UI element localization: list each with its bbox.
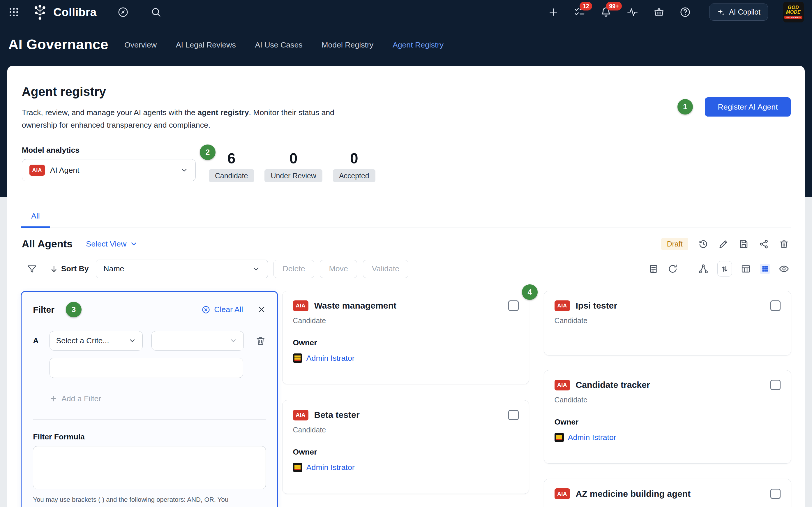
move-button[interactable]: Move bbox=[320, 260, 357, 278]
agent-card[interactable]: AIA Candidate tracker Candidate Owner Ad… bbox=[544, 370, 791, 464]
agent-name[interactable]: AZ medicine building agent bbox=[575, 489, 691, 499]
owner-row: Admin Istrator bbox=[293, 463, 519, 472]
owner-link[interactable]: Admin Istrator bbox=[306, 463, 355, 472]
clear-all-label: Clear All bbox=[214, 305, 243, 314]
agent-card[interactable]: AIA Ipsi tester Candidate bbox=[544, 291, 791, 355]
refresh-icon[interactable] bbox=[668, 264, 678, 274]
hierarchy-icon[interactable] bbox=[698, 264, 708, 274]
card-grid-view-icon[interactable] bbox=[760, 264, 770, 274]
tab-model-registry[interactable]: Model Registry bbox=[321, 41, 373, 50]
save-view-icon[interactable] bbox=[739, 239, 749, 249]
edit-pencil-icon[interactable] bbox=[718, 239, 729, 249]
apps-grid-icon[interactable] bbox=[8, 6, 19, 18]
avatar-text: UNLOCKED bbox=[784, 16, 802, 19]
criteria-group-label: A bbox=[33, 336, 42, 345]
sort-field-value: Name bbox=[104, 264, 124, 273]
display-options bbox=[648, 261, 789, 277]
sort-by-control[interactable]: Sort By bbox=[50, 264, 89, 273]
register-ai-agent-button[interactable]: Register AI Agent bbox=[705, 97, 791, 117]
card-header: AIA Waste management bbox=[293, 300, 519, 311]
owner-label: Owner bbox=[555, 417, 781, 427]
agent-name[interactable]: Beta tester bbox=[314, 410, 359, 420]
tab-agent-registry[interactable]: Agent Registry bbox=[393, 41, 444, 50]
page-title: Agent registry bbox=[22, 84, 106, 99]
agent-checkbox[interactable] bbox=[508, 410, 519, 420]
validate-button[interactable]: Validate bbox=[363, 260, 409, 278]
criteria-select-dropdown[interactable]: Select a Crite... bbox=[50, 331, 143, 351]
sparkle-icon bbox=[717, 8, 725, 16]
collibra-logo-icon bbox=[31, 3, 49, 21]
ai-copilot-label: AI Copilot bbox=[729, 8, 760, 16]
add-filter-button[interactable]: Add a Filter bbox=[50, 394, 266, 403]
agent-card[interactable]: AIA AZ medicine building agent bbox=[544, 479, 791, 507]
agent-checkbox[interactable] bbox=[770, 300, 781, 311]
model-analytics-label: Model analytics bbox=[22, 146, 80, 155]
agent-name[interactable]: Ipsi tester bbox=[575, 301, 617, 311]
remove-criteria-trash-icon[interactable] bbox=[255, 336, 266, 346]
criteria-value-input[interactable] bbox=[50, 358, 243, 378]
view-actions: Draft bbox=[661, 238, 789, 250]
agent-checkbox[interactable] bbox=[770, 380, 781, 390]
agent-card[interactable]: AIA Waste management Candidate Owner Adm… bbox=[282, 291, 529, 385]
close-icon bbox=[257, 305, 266, 314]
filter-divider bbox=[33, 419, 266, 419]
agent-card[interactable]: AIA Beta tester Candidate Owner Admin Is… bbox=[282, 400, 529, 494]
sort-field-dropdown[interactable]: Name bbox=[96, 260, 268, 278]
activity-pulse-icon[interactable] bbox=[627, 6, 638, 18]
help-icon[interactable] bbox=[680, 6, 691, 18]
agent-checkbox[interactable] bbox=[508, 300, 519, 311]
delete-button[interactable]: Delete bbox=[273, 260, 314, 278]
notifications-bell-icon[interactable]: 99+ bbox=[600, 6, 612, 18]
eye-icon[interactable] bbox=[779, 264, 789, 274]
sort-direction-control[interactable] bbox=[717, 261, 732, 277]
stat-value: 6 bbox=[228, 150, 236, 167]
summary-list-icon[interactable] bbox=[648, 264, 659, 274]
ai-copilot-button[interactable]: AI Copilot bbox=[709, 3, 768, 21]
close-filter-icon[interactable] bbox=[257, 305, 266, 314]
owner-link[interactable]: Admin Istrator bbox=[568, 433, 616, 442]
tasks-icon[interactable]: 12 bbox=[574, 6, 585, 18]
basket-icon[interactable] bbox=[653, 6, 665, 18]
filter-funnel-icon[interactable] bbox=[27, 264, 37, 274]
step-marker-3: 3 bbox=[66, 302, 81, 317]
stat-value: 0 bbox=[290, 150, 298, 167]
all-agents-title: All Agents bbox=[22, 238, 72, 250]
page: Collibra 12 99+ bbox=[0, 0, 812, 507]
stat-value: 0 bbox=[350, 150, 358, 167]
aia-badge: AIA bbox=[293, 410, 308, 420]
share-icon[interactable] bbox=[759, 239, 769, 249]
delete-view-trash-icon[interactable] bbox=[779, 239, 789, 249]
aia-badge: AIA bbox=[293, 300, 308, 311]
aia-badge: AIA bbox=[555, 380, 570, 390]
description-text: Track, review, and manage your AI agents… bbox=[22, 108, 198, 117]
owner-link[interactable]: Admin Istrator bbox=[306, 354, 355, 363]
view-tabstrip: All bbox=[21, 206, 791, 228]
clear-all-button[interactable]: Clear All bbox=[201, 305, 243, 315]
step-marker-1: 1 bbox=[677, 99, 693, 115]
user-avatar[interactable]: GOD MODE UNLOCKED bbox=[783, 2, 804, 22]
filter-formula-textarea[interactable] bbox=[33, 446, 266, 489]
stat-under-review: 0 Under Review bbox=[264, 150, 322, 182]
topbar-actions: 12 99+ AI Copilot GOD MODE UNLO bbox=[548, 2, 804, 22]
agent-checkbox[interactable] bbox=[770, 489, 781, 499]
asset-type-dropdown[interactable]: AIA AI Agent bbox=[22, 159, 196, 181]
tab-all[interactable]: All bbox=[21, 206, 50, 228]
agent-name[interactable]: Waste management bbox=[314, 301, 396, 311]
select-view-dropdown[interactable]: Select View bbox=[86, 239, 138, 248]
agent-name[interactable]: Candidate tracker bbox=[575, 380, 650, 390]
nav-tabs: Overview AI Legal Reviews AI Use Cases M… bbox=[124, 41, 444, 50]
collibra-logo[interactable]: Collibra bbox=[31, 3, 97, 21]
search-icon[interactable] bbox=[150, 6, 162, 18]
explore-compass-icon[interactable] bbox=[117, 6, 129, 18]
add-icon[interactable] bbox=[548, 6, 559, 18]
status-stats: 6 Candidate 0 Under Review 0 Accepted bbox=[209, 150, 375, 182]
tab-ai-legal-reviews[interactable]: AI Legal Reviews bbox=[176, 41, 236, 50]
tab-overview[interactable]: Overview bbox=[124, 41, 157, 50]
table-view-icon[interactable] bbox=[741, 264, 751, 274]
operator-select-dropdown[interactable] bbox=[151, 331, 244, 351]
all-agents-header: All Agents Select View Draft bbox=[22, 234, 789, 255]
tab-ai-use-cases[interactable]: AI Use Cases bbox=[255, 41, 303, 50]
history-icon[interactable] bbox=[698, 239, 708, 249]
agent-status: Candidate bbox=[293, 426, 519, 434]
filter-criteria-row: A Select a Crite... bbox=[33, 331, 266, 351]
